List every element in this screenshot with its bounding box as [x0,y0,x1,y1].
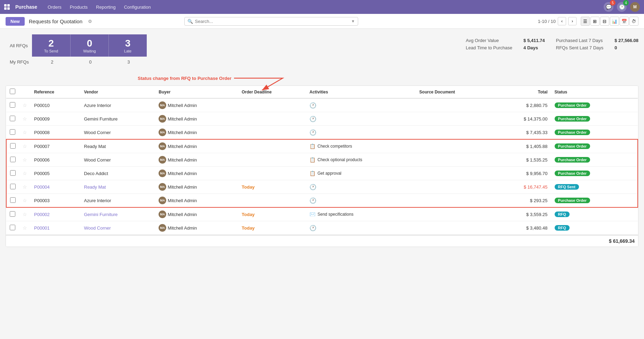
annotation-text: Status change from RFQ to Purchase Order [138,76,231,81]
rfq-table-inner: Reference Vendor Buyer Order Deadline Ac… [6,86,638,235]
select-all-checkbox[interactable] [10,89,15,94]
kpi-purchased-label: Purchased Last 7 Days [556,38,604,43]
star-icon[interactable]: ☆ [23,198,27,203]
settings-icon[interactable]: ⚙ [88,19,92,24]
star-icon[interactable]: ☆ [23,130,27,135]
kpi-avg-value: $ 5,411.74 [523,38,545,43]
vendor-link[interactable]: Wood Corner [84,225,111,231]
row-checkbox[interactable] [10,143,16,149]
clock-icon[interactable]: 🕐 [309,130,316,135]
kpi-avg-label: Avg Order Value [466,38,513,43]
nav-configuration[interactable]: Configuration [120,3,154,11]
vendor-cell: Wood Corner [81,153,155,167]
new-button[interactable]: New [6,17,25,26]
activity-cell: 📋Get approval [306,167,416,180]
row-checkbox[interactable] [10,225,15,230]
stat-late[interactable]: 3 Late [108,34,147,57]
star-icon[interactable]: ☆ [23,102,27,108]
chart-view-button[interactable]: 📊 [610,17,619,26]
my-late-val: 3 [110,59,148,65]
activity-badge[interactable]: 🕐 4 [617,2,627,12]
ref-link[interactable]: P00002 [34,212,50,217]
row-checkbox[interactable] [10,170,16,176]
deadline-today: Today [242,212,255,217]
total-cell: $ 3,559.25 [494,207,551,221]
vendor-cell: Wood Corner [81,221,155,235]
th-star [19,86,31,98]
stat-waiting[interactable]: 0 Waiting [70,34,108,57]
page-title: Requests for Quotation [29,18,82,24]
star-icon[interactable]: ☆ [23,225,27,231]
buyer-name: Mitchell Admin [168,198,197,203]
star-icon[interactable]: ☆ [23,116,27,122]
ref-text: P00008 [34,130,50,135]
table-body: ☆ P00010 Azure Interior MA Mitchell Admi… [6,98,638,235]
next-page-button[interactable]: › [568,17,577,25]
ref-link[interactable]: P00001 [34,225,50,231]
source-cell [416,180,494,194]
clock-icon[interactable]: 🕐 [309,198,316,204]
grid-view-button[interactable]: ⊟ [600,17,609,26]
deadline-cell: Today [238,221,306,235]
row-checkbox[interactable] [10,197,16,203]
clock-icon[interactable]: 🕐 [309,116,316,122]
buyer-avatar: MA [159,224,166,232]
vendor-link[interactable]: Ready Mat [84,184,106,190]
row-checkbox-cell [6,207,19,221]
row-checkbox-cell [6,98,19,112]
th-activities: Activities [306,86,416,98]
star-icon[interactable]: ☆ [23,157,27,163]
app-title[interactable]: Purchase [15,4,37,10]
star-icon[interactable]: ☆ [23,212,27,217]
star-icon[interactable]: ☆ [23,184,27,190]
row-checkbox[interactable] [10,157,16,162]
activity-cell: 🕐 [306,98,416,112]
row-checkbox[interactable] [10,211,15,217]
annotation-arrow [234,73,297,83]
stat-to-send[interactable]: 2 To Send [32,34,70,57]
row-checkbox[interactable] [10,102,15,108]
status-badge: Purchase Order [555,143,590,149]
all-rfqs-label[interactable]: All RFQs [6,40,32,51]
source-cell [416,112,494,126]
grid-icon [4,4,10,10]
list-view-button[interactable]: ☰ [581,17,590,26]
user-avatar[interactable]: M [630,2,640,12]
deadline-cell [238,139,306,153]
table-row: ☆ P00003 Azure Interior MA Mitchell Admi… [6,194,638,208]
clock-icon[interactable]: 🕐 [309,102,316,108]
list-icon: 📋 [309,143,315,149]
clock-icon[interactable]: 🕐 [309,184,316,190]
row-checkbox[interactable] [10,116,15,121]
total-cell: $ 2,880.75 [494,98,551,112]
ref-link[interactable]: P00004 [34,184,50,190]
messages-badge[interactable]: 💬 5 [604,2,613,12]
kanban-view-button[interactable]: ⊞ [590,17,599,26]
search-dropdown-icon[interactable]: ▼ [351,19,355,23]
row-checkbox-cell [6,221,19,235]
app-logo[interactable] [4,4,10,10]
buyer-cell: MA Mitchell Admin [155,126,238,140]
activity-text: Send specifications [317,212,353,217]
star-icon[interactable]: ☆ [23,143,27,149]
search-input[interactable] [195,19,351,24]
prev-page-button[interactable]: ‹ [558,17,566,25]
nav-orders[interactable]: Orders [44,3,65,11]
ref-cell: P00009 [31,112,81,126]
row-checkbox-cell [6,167,19,180]
row-checkbox[interactable] [10,129,15,135]
calendar-view-button[interactable]: 📅 [620,17,629,26]
vendor-link[interactable]: Gemini Furniture [84,212,118,217]
row-actions [629,167,638,180]
nav-reporting[interactable]: Reporting [92,3,119,11]
total-cell: $ 7,435.33 [494,126,551,140]
clock-icon[interactable]: 🕐 [309,225,316,231]
activity-cell: 📋Check competitors [306,139,416,153]
activity-view-button[interactable]: ⏱ [629,17,638,26]
star-icon[interactable]: ☆ [23,171,27,176]
row-checkbox[interactable] [10,184,16,189]
my-rfqs-label[interactable]: My RFQs [6,58,33,66]
buyer-name: Mitchell Admin [168,103,197,108]
buyer-avatar: MA [159,156,166,164]
nav-products[interactable]: Products [66,3,91,11]
